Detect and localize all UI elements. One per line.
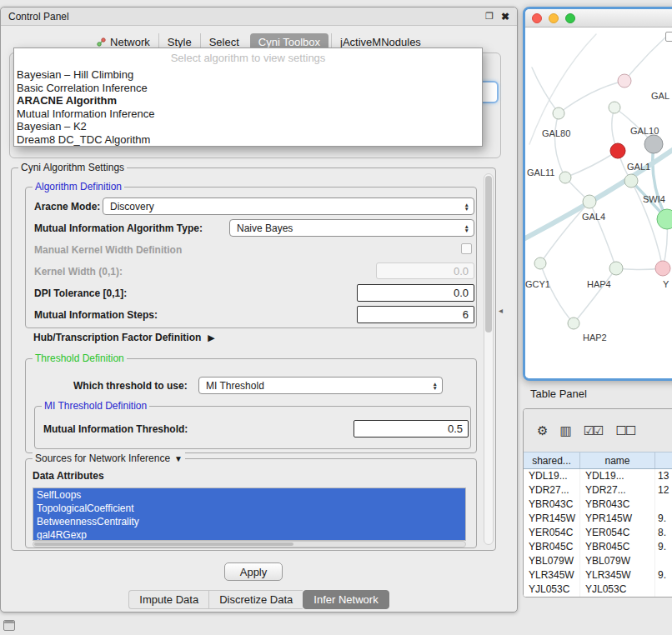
mi-algorithm-type-select[interactable]: Naive Bayes ▲▼ — [229, 219, 474, 237]
table-row[interactable]: YPR145WYPR145W9. — [524, 512, 672, 526]
network-window-titlebar[interactable] — [525, 9, 672, 28]
mi-steps-field[interactable]: 6 — [357, 306, 474, 323]
table-row[interactable]: YJL053CYJL053C — [524, 582, 672, 597]
network-node[interactable] — [534, 258, 546, 269]
network-edge[interactable] — [574, 268, 616, 323]
network-node[interactable] — [568, 318, 579, 329]
network-node[interactable] — [610, 143, 625, 158]
table-cell: 8. — [655, 526, 672, 540]
table-row[interactable]: YLR345WYLR345W9. — [524, 568, 672, 582]
table-cell: 12 — [655, 483, 672, 498]
network-node[interactable] — [655, 261, 670, 276]
which-threshold-select[interactable]: MI Threshold ▲▼ — [198, 377, 443, 394]
mi-threshold-definition-group: MI Threshold Definition Mutual Informati… — [34, 406, 471, 449]
table-cell: YJL053C — [524, 582, 580, 597]
network-node[interactable] — [644, 135, 663, 153]
select-all-columns-icon[interactable]: ☑☑ — [584, 423, 603, 438]
attribute-item-betweennesscentrality[interactable]: BetweennessCentrality — [33, 515, 465, 528]
network-graph[interactable]: GALGAL80GAL10GAL11GAL1SWI4GAL4GCY1HAP4YH… — [525, 28, 672, 378]
algorithm-option-bayesian-hill-climbing[interactable]: Bayesian – Hill Climbing — [14, 68, 482, 82]
apply-button[interactable]: Apply — [224, 562, 283, 581]
attribute-list-hscrollbar[interactable] — [33, 541, 466, 548]
tab-label: Network — [110, 36, 150, 48]
algorithm-option-bayesian-k2[interactable]: Bayesian – K2 — [14, 120, 482, 133]
hscrollbar-thumb[interactable] — [34, 542, 293, 546]
network-edge[interactable] — [555, 113, 566, 178]
zoom-button[interactable] — [565, 13, 575, 23]
splitter-collapse-arrow[interactable]: ◂ — [499, 306, 503, 315]
mi-threshold-label: Mutual Information Threshold: — [43, 422, 188, 436]
sources-legend[interactable]: Sources for Network Inference▼ — [33, 452, 185, 465]
mi-threshold-field[interactable]: 0.5 — [354, 420, 469, 438]
apply-label: Apply — [240, 566, 268, 578]
column-header-name[interactable]: name — [580, 452, 655, 468]
attribute-item-topologicalcoefficient[interactable]: TopologicalCoefficient — [33, 502, 465, 515]
aracne-mode-select[interactable]: Discovery ▲▼ — [103, 198, 474, 215]
table-row[interactable]: YBL079WYBL079W — [524, 554, 672, 568]
column-header-col2[interactable] — [655, 452, 672, 468]
table-cell: 9. — [655, 568, 672, 582]
algorithm-option-dream8-dc-tdc-algorithm[interactable]: Dream8 DC_TDC Algorithm — [14, 133, 482, 147]
mi-threshold-definition-legend: MI Threshold Definition — [42, 400, 149, 412]
tab-discretize-data[interactable]: Discretize Data — [208, 590, 303, 609]
unselect-all-columns-icon[interactable]: ☐☐ — [616, 423, 635, 438]
control-panel-titlebar[interactable]: Control Panel ❐ ✖ — [1, 8, 517, 26]
minimize-button[interactable] — [549, 13, 559, 23]
table-cell: YER054C — [580, 526, 655, 540]
manual-kernel-checkbox[interactable] — [461, 243, 472, 254]
close-window-icon[interactable]: ✖ — [501, 11, 509, 22]
chevron-updown-icon: ▲▼ — [464, 223, 469, 232]
table-cell: YBR043C — [580, 498, 655, 512]
table-cell: YPR145W — [580, 512, 655, 526]
column-header-shared[interactable]: shared... — [524, 452, 580, 468]
tab-label: Select — [209, 36, 239, 48]
network-node[interactable] — [559, 172, 571, 183]
network-canvas[interactable]: GALGAL80GAL10GAL11GAL1SWI4GAL4GCY1HAP4YH… — [525, 28, 672, 378]
settings-gear-icon[interactable]: ⚙ — [537, 423, 546, 438]
sources-legend-text: Sources for Network Inference — [35, 452, 170, 464]
attribute-item-selfloops[interactable]: SelfLoops — [33, 488, 465, 502]
table-row[interactable]: YER054CYER054C8. — [524, 526, 672, 540]
algorithm-option-aracne-algorithm[interactable]: ARACNE Algorithm — [14, 94, 482, 108]
network-node[interactable] — [609, 262, 623, 275]
table-row[interactable]: YDL19...YDL19...13 — [524, 469, 672, 483]
network-edge[interactable] — [540, 263, 574, 323]
table-row[interactable]: YBR043CYBR043C — [524, 498, 672, 512]
table-cell: YDR27... — [580, 483, 655, 498]
network-node[interactable] — [583, 195, 596, 208]
algorithm-option-mutual-information-inference[interactable]: Mutual Information Inference — [14, 108, 482, 121]
network-edge[interactable] — [624, 38, 665, 81]
network-node[interactable] — [553, 108, 564, 119]
node-label: SWI4 — [643, 194, 665, 204]
attribute-list[interactable]: SelfLoopsTopologicalCoefficientBetweenne… — [33, 488, 466, 541]
settings-vscrollbar[interactable] — [484, 173, 494, 545]
collapsed-panel-icon[interactable] — [3, 620, 15, 631]
aracne-mode-label: Aracne Mode: — [34, 200, 100, 213]
control-panel-window: Control Panel ❐ ✖ NetworkStyleSelectCyni… — [0, 7, 518, 612]
birdseye-toggle[interactable] — [665, 32, 672, 42]
tab-infer-network[interactable]: Infer Network — [303, 590, 389, 609]
table-body: YDL19...YDL19...13YDR27...YDR27...12YBR0… — [524, 469, 672, 597]
settings-legend: Cyni Algorithm Settings — [18, 162, 127, 173]
network-edge[interactable] — [565, 151, 618, 178]
column-layout-icon[interactable]: ▥ — [559, 423, 569, 438]
table-row[interactable]: YDR27...YDR27...12 — [524, 483, 672, 498]
hub-definition-expander[interactable]: Hub/Transcription Factor Definition ▶ — [33, 332, 215, 343]
attribute-item-gal4rgexp[interactable]: gal4RGexp — [33, 528, 465, 541]
float-window-icon[interactable]: ❐ — [485, 11, 494, 22]
vscrollbar-thumb[interactable] — [485, 176, 492, 332]
table-cell: YPR145W — [524, 512, 580, 526]
table-cell: YER054C — [524, 526, 580, 540]
tab-impute-data[interactable]: Impute Data — [128, 590, 208, 609]
network-node[interactable] — [624, 174, 638, 188]
network-node[interactable] — [618, 74, 631, 88]
close-button[interactable] — [532, 13, 542, 23]
table-row[interactable]: YBR045CYBR045C9. — [524, 540, 672, 554]
manual-kernel-label: Manual Kernel Width Definition — [34, 243, 182, 257]
node-label: HAP4 — [587, 279, 611, 289]
dpi-tolerance-field[interactable]: 0.0 — [357, 284, 474, 302]
table-toolbar: ⚙▥☑☑☐☐ — [524, 409, 672, 452]
algorithm-option-basic-correlation-inference[interactable]: Basic Correlation Inference — [14, 82, 482, 95]
kernel-width-field[interactable]: 0.0 — [376, 262, 474, 279]
network-node[interactable] — [609, 102, 620, 113]
